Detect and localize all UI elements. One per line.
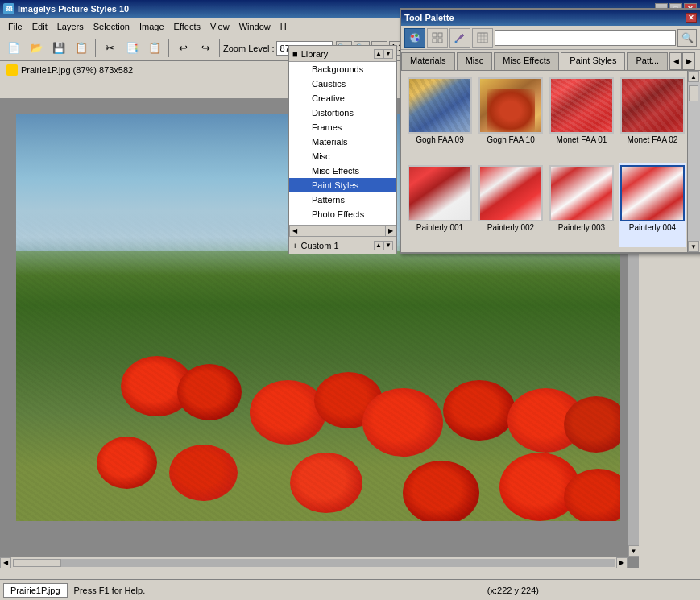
- style-monet02[interactable]: Monet FAA 02: [619, 76, 686, 160]
- lib-item-caustics[interactable]: Caustics: [289, 77, 396, 91]
- h-scroll-track: [13, 559, 615, 567]
- lib-hscroll-left[interactable]: ◀: [289, 226, 300, 237]
- menu-window[interactable]: Window: [234, 20, 275, 33]
- save-as-button[interactable]: 📋: [71, 38, 92, 59]
- redo-button[interactable]: ↪: [195, 38, 216, 59]
- lib-item-patterns[interactable]: Patterns: [289, 192, 396, 207]
- style-thumb-gogh10: [478, 77, 543, 134]
- style-painterly001[interactable]: Painterly 001: [406, 163, 474, 248]
- tp-btn-3[interactable]: [449, 28, 470, 48]
- svg-rect-4: [433, 33, 437, 37]
- copy-button[interactable]: 📑: [122, 38, 143, 59]
- poppy-12: [403, 461, 479, 521]
- tab-patterns[interactable]: Patt...: [627, 52, 668, 70]
- file-icon: [6, 64, 18, 76]
- library-title-row: ■ Library ▲ ▼: [289, 46, 396, 62]
- file-name: Prairie1P.jpg (87%) 873x582: [21, 65, 133, 75]
- tool-palette-tabs: Materials Misc Misc Effects Paint Styles…: [401, 50, 700, 71]
- grid-scroll-track: [688, 82, 700, 241]
- status-help-text: Press F1 for Help.: [74, 586, 481, 595]
- poppy-11: [290, 453, 362, 513]
- style-painterly004[interactable]: Painterly 004: [619, 163, 686, 248]
- status-file-label: Prairie1P.jpg: [3, 583, 68, 598]
- tab-nav-prev[interactable]: ◀: [669, 52, 682, 70]
- tp-search-button[interactable]: 🔍: [677, 29, 697, 47]
- custom-row-scroll-down[interactable]: ▼: [383, 241, 393, 250]
- lib-item-backgrounds[interactable]: Backgrounds: [289, 62, 396, 77]
- lib-item-creative[interactable]: Creative: [289, 91, 396, 106]
- tp-btn-1[interactable]: [404, 28, 425, 48]
- svg-point-8: [455, 40, 458, 43]
- custom-row-scroll-up[interactable]: ▲: [374, 241, 383, 250]
- lib-item-distortions[interactable]: Distortions: [289, 106, 396, 120]
- style-painterly002[interactable]: Painterly 002: [477, 163, 545, 248]
- scroll-left-button[interactable]: ◀: [0, 557, 11, 569]
- style-label-painterly004: Painterly 004: [629, 223, 676, 232]
- menu-selection[interactable]: Selection: [89, 20, 135, 33]
- grid-scroll-thumb[interactable]: [689, 85, 698, 101]
- h-scrollbar[interactable]: ◀ ▶: [0, 557, 628, 568]
- undo-button[interactable]: ↩: [172, 38, 193, 59]
- style-gogh09[interactable]: Gogh FAA 09: [406, 76, 474, 160]
- menu-image[interactable]: Image: [135, 20, 169, 33]
- tab-misc[interactable]: Misc: [457, 52, 493, 70]
- tab-materials[interactable]: Materials: [401, 52, 455, 70]
- style-painterly003[interactable]: Painterly 003: [548, 163, 615, 248]
- paste-button[interactable]: 📋: [144, 38, 165, 59]
- menu-edit[interactable]: Edit: [27, 20, 52, 33]
- tp-btn-2[interactable]: [427, 28, 448, 48]
- style-label-painterly001: Painterly 001: [416, 223, 463, 232]
- tab-paint-styles[interactable]: Paint Styles: [561, 52, 625, 71]
- palette-icon: [409, 32, 420, 43]
- poppy-3: [250, 380, 326, 445]
- poppy-5: [362, 388, 443, 457]
- style-thumb-monet01: [549, 77, 614, 134]
- lib-item-photo-effects[interactable]: Photo Effects: [289, 207, 396, 221]
- lib-item-frames[interactable]: Frames: [289, 120, 396, 134]
- svg-rect-9: [478, 33, 487, 43]
- lib-item-misc-effects[interactable]: Misc Effects: [289, 163, 396, 178]
- open-button[interactable]: 📂: [26, 38, 47, 59]
- tool-palette-window: Tool Palette ✕: [400, 8, 700, 254]
- menu-file[interactable]: File: [3, 20, 27, 33]
- library-scroll-down[interactable]: ▼: [383, 49, 393, 59]
- lib-item-materials[interactable]: Materials: [289, 134, 396, 149]
- library-custom-label: Custom 1: [300, 241, 338, 250]
- tool-palette-close[interactable]: ✕: [686, 13, 697, 23]
- menu-view[interactable]: View: [205, 20, 234, 33]
- style-thumb-painterly003: [549, 165, 614, 221]
- grid-icon: [432, 32, 443, 43]
- tab-nav-next[interactable]: ▶: [682, 52, 695, 70]
- lib-hscroll-right[interactable]: ▶: [385, 226, 396, 237]
- grid-scroll-down[interactable]: ▼: [688, 241, 699, 252]
- library-expand-icon[interactable]: ■: [292, 49, 298, 59]
- new-button[interactable]: 📄: [3, 38, 24, 59]
- h-scroll-thumb[interactable]: [13, 559, 61, 567]
- scroll-right-button[interactable]: ▶: [616, 557, 628, 569]
- tab-misc-effects[interactable]: Misc Effects: [494, 52, 559, 70]
- brush-icon: [454, 32, 466, 43]
- style-thumb-painterly001: [408, 165, 472, 221]
- sep3: [219, 39, 220, 57]
- style-monet01[interactable]: Monet FAA 01: [548, 76, 615, 160]
- view-icon: [477, 32, 488, 43]
- grid-scroll-up[interactable]: ▲: [688, 71, 699, 82]
- cut-button[interactable]: ✂: [99, 38, 120, 59]
- library-bottom-scroll: ◀ ▶: [289, 225, 396, 236]
- lib-item-paint-styles[interactable]: Paint Styles: [289, 178, 396, 192]
- style-gogh10[interactable]: Gogh FAA 10: [477, 76, 545, 160]
- menu-layers[interactable]: Layers: [52, 20, 89, 33]
- tp-search-input[interactable]: [495, 30, 676, 46]
- menu-effects[interactable]: Effects: [169, 20, 205, 33]
- custom-expand-icon[interactable]: +: [292, 241, 297, 250]
- style-thumb-monet02: [620, 77, 685, 134]
- svg-rect-6: [433, 39, 437, 43]
- menu-more[interactable]: H: [275, 20, 292, 33]
- lib-item-misc[interactable]: Misc: [289, 149, 396, 163]
- library-scroll-up[interactable]: ▲: [374, 49, 383, 59]
- save-button[interactable]: 💾: [48, 38, 69, 59]
- style-grid: Gogh FAA 09 Gogh FAA 10 Monet FAA 01: [401, 71, 687, 252]
- tp-btn-4[interactable]: [472, 28, 493, 48]
- scroll-down-button[interactable]: ▼: [628, 545, 640, 557]
- app-window: 🖼 Imagelys Picture Styles 10 ─ □ ✕ File …: [0, 0, 700, 600]
